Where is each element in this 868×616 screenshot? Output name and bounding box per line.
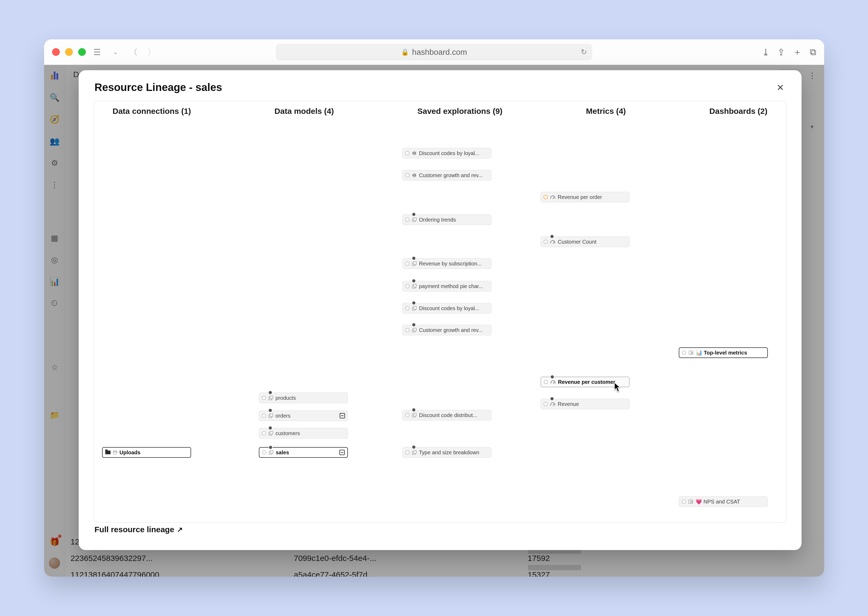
badge-icon bbox=[412, 279, 416, 283]
url-host: hashboard.com bbox=[412, 48, 467, 57]
lineage-nodes: Uploads products orders bbox=[94, 101, 786, 522]
badge-icon bbox=[412, 212, 416, 217]
node-label: Customer Count bbox=[558, 239, 597, 245]
browser-window: ☰ ⌄ 〈 〉 🔒 hashboard.com ↻ ⤓ ⇪ ＋ ⧉ 🔍 🧭 👥 … bbox=[44, 39, 824, 577]
node-model-sales[interactable]: sales bbox=[259, 447, 348, 458]
node-exploration[interactable]: Discount codes by loyal... bbox=[403, 303, 491, 314]
model-icon bbox=[412, 261, 417, 266]
node-port bbox=[262, 396, 266, 400]
modal-title: Resource Lineage - sales bbox=[95, 82, 222, 93]
share-button[interactable]: ⇪ bbox=[777, 47, 785, 57]
node-label: Discount codes by loyal... bbox=[419, 305, 479, 311]
node-metric-revenue-per-order[interactable]: Revenue per order bbox=[541, 192, 630, 203]
node-exploration[interactable]: Customer growth and rev... bbox=[403, 325, 491, 335]
model-icon bbox=[269, 450, 273, 454]
model-icon bbox=[412, 306, 417, 310]
node-label: customers bbox=[276, 431, 300, 437]
footer-label: Full resource lineage bbox=[95, 525, 174, 534]
new-tab-button[interactable]: ＋ bbox=[793, 46, 802, 58]
node-port bbox=[262, 450, 266, 454]
gauge-icon bbox=[550, 195, 555, 199]
close-button[interactable]: ✕ bbox=[775, 82, 786, 93]
badge-icon bbox=[550, 397, 554, 401]
badge-icon bbox=[412, 408, 416, 412]
node-label: Ordering trends bbox=[419, 217, 456, 223]
window-minimize-button[interactable] bbox=[65, 48, 73, 56]
model-icon bbox=[269, 396, 273, 400]
dashboard-icon bbox=[689, 351, 693, 355]
model-icon bbox=[412, 450, 417, 454]
node-model-customers[interactable]: customers bbox=[259, 428, 348, 438]
badge-icon bbox=[268, 426, 273, 430]
gauge-icon bbox=[551, 380, 555, 383]
badge-icon bbox=[550, 375, 555, 379]
node-label: 💗 NPS and CSAT bbox=[696, 498, 740, 505]
reload-button[interactable]: ↻ bbox=[581, 48, 587, 57]
nav-back-button[interactable]: 〈 bbox=[127, 46, 140, 59]
toolbar-chevron-down[interactable]: ⌄ bbox=[109, 46, 122, 59]
gauge-icon bbox=[550, 240, 555, 244]
node-label: sales bbox=[276, 449, 289, 456]
node-label: Discount code distribut... bbox=[419, 412, 477, 418]
node-label: Revenue per customer bbox=[558, 379, 616, 385]
node-model-products[interactable]: products bbox=[259, 393, 348, 403]
node-model-orders[interactable]: orders bbox=[259, 410, 348, 421]
url-bar[interactable]: 🔒 hashboard.com ↻ bbox=[276, 44, 592, 60]
node-exploration[interactable]: Type and size breakdown bbox=[403, 447, 491, 458]
expand-button[interactable] bbox=[340, 413, 345, 418]
chart-icon bbox=[412, 173, 417, 177]
titlebar: ☰ ⌄ 〈 〉 🔒 hashboard.com ↻ ⤓ ⇪ ＋ ⧉ bbox=[44, 39, 824, 65]
traffic-lights bbox=[52, 48, 86, 56]
node-label: Type and size breakdown bbox=[419, 449, 479, 456]
folder-icon bbox=[105, 451, 111, 454]
model-icon bbox=[269, 413, 273, 418]
full-lineage-link[interactable]: Full resource lineage ↗ bbox=[79, 525, 802, 547]
badge-icon bbox=[550, 234, 554, 239]
node-label: orders bbox=[276, 413, 291, 419]
node-port bbox=[262, 431, 266, 435]
resource-lineage-modal: Resource Lineage - sales ✕ Data connecti… bbox=[79, 70, 802, 550]
expand-button[interactable] bbox=[339, 450, 345, 455]
model-icon bbox=[412, 284, 417, 288]
badge-icon bbox=[412, 323, 416, 327]
node-connection-uploads[interactable]: Uploads bbox=[102, 447, 191, 458]
app-area: 🔍 🧭 👥 ⚙ ⋮ ▦ ◎ 📊 ⏲ ☆ 📁 🎁 Data bbox=[44, 65, 824, 577]
window-zoom-button[interactable] bbox=[78, 48, 86, 56]
model-icon bbox=[412, 413, 417, 417]
node-label: Revenue bbox=[558, 401, 579, 407]
badge-icon bbox=[268, 390, 273, 395]
lineage-canvas[interactable]: Data connections (1) Data models (4) Sav… bbox=[94, 101, 787, 523]
node-label: Customer growth and rev... bbox=[419, 172, 483, 179]
node-exploration[interactable]: Discount code distribut... bbox=[403, 410, 491, 421]
node-exploration[interactable]: Revenue by subscription... bbox=[403, 258, 491, 269]
badge-icon bbox=[268, 445, 273, 449]
toolbar-right: ⤓ ⇪ ＋ ⧉ bbox=[762, 46, 816, 58]
badge-icon bbox=[412, 445, 416, 449]
arrow-up-right-icon: ↗ bbox=[177, 526, 183, 534]
model-icon bbox=[412, 218, 417, 222]
node-label: 📊 Top-level metrics bbox=[696, 349, 747, 356]
node-label: payment method pie char... bbox=[419, 283, 483, 289]
node-label: Discount codes by loyal... bbox=[419, 150, 479, 156]
node-port bbox=[262, 413, 266, 418]
node-dashboard-nps[interactable]: 💗 NPS and CSAT bbox=[679, 496, 768, 507]
node-dashboard-top-level[interactable]: 📊 Top-level metrics bbox=[679, 347, 768, 358]
lock-icon: 🔒 bbox=[401, 49, 409, 56]
window-close-button[interactable] bbox=[52, 48, 60, 56]
badge-icon bbox=[412, 256, 416, 260]
nav-forward-button[interactable]: 〉 bbox=[145, 46, 158, 59]
model-icon bbox=[269, 431, 273, 435]
tabs-button[interactable]: ⧉ bbox=[810, 47, 816, 57]
downloads-button[interactable]: ⤓ bbox=[762, 47, 769, 57]
node-exploration[interactable]: Customer growth and rev... bbox=[403, 170, 491, 181]
node-metric-revenue-per-customer[interactable]: Revenue per customer bbox=[541, 377, 630, 387]
node-exploration[interactable]: payment method pie char... bbox=[403, 281, 491, 292]
model-icon bbox=[412, 328, 417, 332]
node-metric-customer-count[interactable]: Customer Count bbox=[541, 236, 630, 247]
dashboard-icon bbox=[689, 500, 693, 503]
node-metric-revenue[interactable]: Revenue bbox=[541, 399, 630, 409]
sidebar-toggle-button[interactable]: ☰ bbox=[91, 46, 104, 59]
node-label: products bbox=[276, 395, 296, 401]
node-exploration[interactable]: Discount codes by loyal... bbox=[403, 148, 491, 159]
node-exploration[interactable]: Ordering trends bbox=[403, 214, 491, 225]
